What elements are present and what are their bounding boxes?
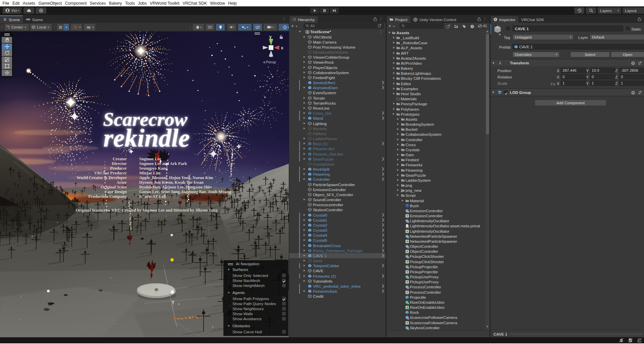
svg-text:?: ?	[632, 62, 634, 65]
svg-text:rekindle: rekindle	[103, 124, 190, 152]
svg-text:Actor: Actor	[116, 180, 127, 185]
svg-text:World Creator & Developer: World Creator & Developer	[76, 175, 127, 180]
svg-text:y: y	[269, 35, 272, 39]
svg-text:#: #	[406, 230, 408, 233]
svg-text:#: #	[406, 270, 408, 274]
svg-text:#: #	[406, 280, 408, 284]
svg-text:#: #	[406, 250, 408, 253]
svg-text:#: #	[406, 291, 408, 294]
svg-text:?: ?	[632, 91, 634, 95]
svg-text:Original Score: Original Score	[101, 185, 127, 189]
svg-text:Cave Design: Cave Design	[105, 189, 127, 194]
svg-text:#: #	[406, 321, 408, 325]
svg-text:Sngmoo Lee: Sngmoo Lee	[139, 157, 161, 161]
svg-text:Director: Director	[112, 161, 127, 166]
svg-text:Hyeong Jun Kwon, Kwak Tae kwan: Hyeong Jun Kwon, Kwak Tae kwan	[139, 180, 204, 185]
svg-text:Production Company: Production Company	[88, 194, 127, 199]
svg-text:Apple_Blossom, Hojun Yoon, Nae: Apple_Blossom, Hojun Yoon, Naeun Kim	[139, 175, 213, 180]
svg-text:Original Scarecrow VRC Created: Original Scarecrow VRC Created by Sngmoo…	[76, 208, 218, 213]
svg-text:K’ arts AT Lab: K’ arts AT Lab	[139, 194, 166, 199]
svg-text:Producer: Producer	[110, 166, 127, 171]
svg-text:Sngmoo Lee and Ark Park: Sngmoo Lee and Ark Park	[139, 161, 187, 166]
svg-text:Ryuhiichun, Jaejoon Lee, Dongw: Ryuhiichun, Jaejoon Lee, Dongwoo Shin	[139, 185, 212, 189]
svg-text:Seungpyo Kang: Seungpyo Kang	[139, 166, 168, 171]
svg-text:Minjae Lim: Minjae Lim	[139, 171, 161, 175]
svg-text:#: #	[406, 260, 408, 264]
svg-text:Creator: Creator	[113, 157, 127, 161]
svg-text:VRChat Producer: VRChat Producer	[94, 171, 127, 175]
svg-text:#: #	[406, 214, 408, 218]
svg-text:x: x	[281, 46, 283, 50]
svg-text:Goeun Lee, Sejin Jang, Hayoung: Goeun Lee, Sejin Jang, Hayoung Bae, Jisu…	[139, 189, 231, 194]
svg-text:#: #	[406, 240, 408, 243]
